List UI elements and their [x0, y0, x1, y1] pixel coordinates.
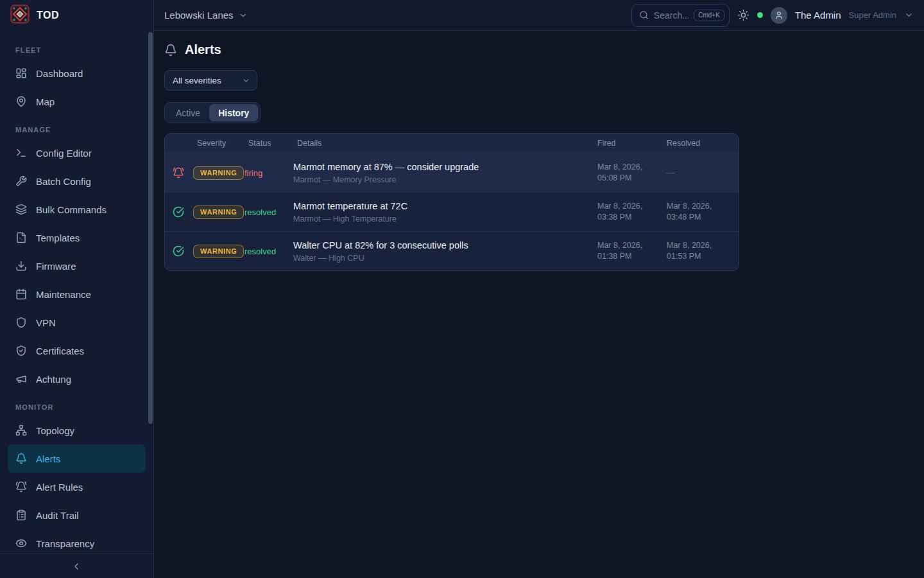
status-text: resolved	[244, 247, 293, 256]
search-icon	[639, 10, 649, 20]
user-role-badge: Super Admin	[849, 10, 896, 20]
table-row[interactable]: WARNING resolved Marmot temperature at 7…	[165, 192, 739, 231]
sidebar-item-label: Achtung	[36, 374, 71, 385]
sidebar-item-label: Maintenance	[36, 289, 91, 300]
search-input[interactable]	[654, 10, 689, 21]
sidebar-item-label: Audit Trail	[36, 510, 79, 521]
sidebar-section-monitor: MONITOR	[8, 403, 146, 411]
sidebar: FLEET Dashboard Map MANAGE Config Editor…	[0, 31, 154, 578]
org-selector-label: Lebowski Lanes	[164, 10, 234, 21]
sidebar-item-vpn[interactable]: VPN	[8, 308, 146, 337]
calendar-icon	[15, 288, 27, 300]
user-icon	[774, 11, 783, 20]
severity-filter-select[interactable]: All severities	[164, 70, 257, 91]
layers-icon	[15, 204, 27, 215]
tab-history[interactable]: History	[209, 104, 258, 121]
fired-timestamp: Mar 8, 2026,03:38 PM	[597, 201, 667, 223]
alert-title: Marmot temperature at 72C	[293, 201, 597, 211]
sidebar-item-certificates[interactable]: Certificates	[8, 337, 146, 365]
resolved-timestamp: Mar 8, 2026,03:48 PM	[667, 201, 728, 223]
sidebar-section-manage: MANAGE	[8, 126, 146, 134]
avatar[interactable]	[771, 7, 787, 24]
sidebar-item-templates[interactable]: Templates	[8, 223, 146, 252]
sidebar-item-firmware[interactable]: Firmware	[8, 252, 146, 280]
check-circle-icon	[173, 206, 193, 218]
sidebar-item-label: Batch Config	[36, 176, 91, 187]
bell-icon	[164, 44, 177, 57]
wrench-icon	[15, 175, 27, 187]
sidebar-item-label: Certificates	[36, 346, 84, 356]
megaphone-icon	[15, 373, 27, 385]
sidebar-item-label: Firmware	[36, 261, 76, 272]
sidebar-item-achtung[interactable]: Achtung	[8, 365, 146, 393]
fired-timestamp: Mar 8, 2026,05:08 PM	[597, 162, 667, 184]
table-row[interactable]: WARNING firing Marmot memory at 87% — co…	[165, 153, 739, 192]
sidebar-item-label: Alert Rules	[36, 482, 83, 493]
map-pin-icon	[15, 96, 27, 107]
brand[interactable]: TOD	[0, 0, 154, 31]
alerts-table: Severity Status Details Fired Resolved W…	[164, 133, 739, 271]
sidebar-item-label: Config Editor	[36, 148, 92, 159]
sidebar-item-config-editor[interactable]: Config Editor	[8, 139, 146, 167]
eye-icon	[15, 538, 27, 549]
sidebar-item-alert-rules[interactable]: Alert Rules	[8, 473, 146, 501]
table-row[interactable]: WARNING resolved Walter CPU at 82% for 3…	[165, 231, 739, 270]
alert-title: Marmot memory at 87% — consider upgrade	[293, 162, 597, 172]
sidebar-item-map[interactable]: Map	[8, 87, 146, 116]
sidebar-item-label: Map	[36, 96, 55, 107]
sidebar-item-topology[interactable]: Topology	[8, 416, 146, 444]
topbar: TOD Lebowski Lanes Cmd+K The Admin Super…	[0, 0, 924, 31]
alert-subtitle: Marmot — High Temperature	[293, 215, 597, 223]
column-status: Status	[244, 139, 293, 148]
alert-title: Walter CPU at 82% for 3 consecutive poll…	[293, 240, 597, 250]
check-circle-icon	[173, 245, 193, 257]
status-text: firing	[244, 168, 293, 178]
severity-filter-value: All severities	[173, 76, 221, 85]
sidebar-item-label: Topology	[36, 425, 74, 436]
user-menu-chevron-icon[interactable]	[904, 10, 914, 20]
theme-toggle-button[interactable]	[737, 9, 749, 21]
terminal-icon	[15, 147, 27, 159]
download-icon	[15, 260, 27, 272]
sidebar-item-alerts[interactable]: Alerts	[8, 444, 146, 473]
sidebar-section-fleet: FLEET	[8, 46, 146, 54]
status-dot	[757, 12, 763, 18]
resolved-timestamp: —	[667, 168, 728, 179]
sidebar-scrollbar[interactable]	[148, 32, 153, 424]
chevron-down-icon	[239, 11, 248, 20]
dashboard-icon	[15, 67, 27, 79]
column-resolved: Resolved	[667, 139, 728, 148]
org-selector[interactable]: Lebowski Lanes	[164, 10, 248, 21]
bell-ring-icon	[15, 481, 27, 493]
severity-badge: WARNING	[193, 206, 244, 219]
search-box[interactable]: Cmd+K	[631, 4, 730, 27]
page-title: Alerts	[185, 42, 221, 57]
status-text: resolved	[244, 207, 293, 217]
severity-badge: WARNING	[193, 166, 244, 180]
sidebar-item-bulk-commands[interactable]: Bulk Commands	[8, 195, 146, 223]
sidebar-item-dashboard[interactable]: Dashboard	[8, 59, 146, 87]
sidebar-item-batch-config[interactable]: Batch Config	[8, 167, 146, 195]
alert-subtitle: Walter — High CPU	[293, 254, 597, 263]
bell-ring-icon	[173, 167, 193, 179]
sidebar-item-maintenance[interactable]: Maintenance	[8, 280, 146, 308]
sidebar-item-label: Alerts	[36, 453, 60, 464]
alert-subtitle: Marmot — Memory Pressure	[293, 175, 597, 184]
column-fired: Fired	[597, 139, 667, 148]
search-shortcut-badge: Cmd+K	[694, 10, 724, 21]
shield-icon	[15, 317, 27, 328]
sidebar-collapse-button[interactable]	[71, 561, 81, 572]
user-name: The Admin	[795, 10, 841, 21]
sidebar-item-label: VPN	[36, 317, 56, 328]
chevron-down-icon	[242, 76, 250, 85]
column-severity: Severity	[193, 139, 244, 148]
sidebar-footer	[0, 554, 153, 578]
resolved-timestamp: Mar 8, 2026,01:53 PM	[667, 240, 728, 262]
tab-active[interactable]: Active	[167, 104, 209, 121]
alerts-tab-group: Active History	[164, 102, 261, 123]
file-icon	[15, 232, 27, 243]
sidebar-item-audit-trail[interactable]: Audit Trail	[8, 501, 146, 529]
fired-timestamp: Mar 8, 2026,01:38 PM	[597, 240, 667, 262]
brand-name: TOD	[37, 10, 59, 21]
bell-icon	[15, 453, 27, 464]
